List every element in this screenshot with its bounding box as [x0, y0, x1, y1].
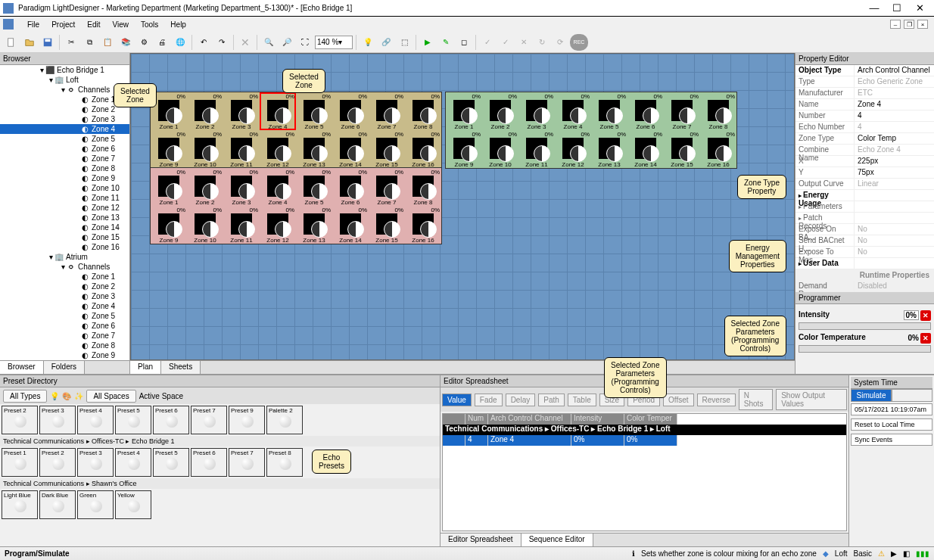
ss-cell[interactable]: [443, 435, 465, 446]
sync-icon[interactable]: ⟳: [552, 34, 568, 51]
stations-icon[interactable]: ⚙: [135, 34, 152, 51]
preset[interactable]: Palette 2: [266, 406, 303, 434]
tree-item[interactable]: ◐Zone 7: [0, 331, 129, 341]
zoom-out-icon[interactable]: 🔍: [260, 34, 277, 51]
tree-item[interactable]: ◐Zone 5: [0, 311, 129, 321]
ss-col-header[interactable]: Num: [465, 414, 488, 425]
ss-tab-n-shots[interactable]: N Shots: [739, 389, 773, 410]
tree-item[interactable]: ◐Zone 16: [0, 242, 129, 252]
zone[interactable]: 0%Zone 16: [405, 206, 441, 244]
zone[interactable]: 0%Zone 1: [446, 92, 482, 130]
delete-icon[interactable]: ✕: [237, 34, 254, 51]
tab-plan[interactable]: Plan: [130, 361, 161, 374]
intensity-value[interactable]: 0%: [904, 310, 919, 320]
tree-item[interactable]: ◐Zone 15: [0, 232, 129, 242]
tree-item[interactable]: ◐Zone 8: [0, 163, 129, 173]
zone[interactable]: 0%Zone 10: [187, 206, 223, 244]
zone[interactable]: 0%Zone 16: [700, 130, 736, 168]
zone[interactable]: 0%Zone 2: [482, 92, 518, 130]
zone[interactable]: 0%Zone 7: [369, 168, 405, 206]
close-button[interactable]: ✕: [908, 1, 931, 16]
preset[interactable]: Preset 3: [39, 406, 76, 434]
zone[interactable]: 0%Zone 5: [296, 92, 332, 130]
tree-item[interactable]: ▾🏢Loft: [0, 75, 129, 85]
globe-icon[interactable]: 🌐: [172, 34, 188, 51]
rec-icon[interactable]: REC: [570, 34, 588, 51]
tree-item[interactable]: ◐Zone 2: [0, 104, 129, 114]
zone[interactable]: 0%Zone 15: [369, 206, 405, 244]
undo-icon[interactable]: ↶: [195, 34, 212, 51]
intensity-clear[interactable]: ✕: [920, 310, 931, 321]
preset[interactable]: Preset 8: [266, 448, 303, 477]
preset[interactable]: Preset 7: [229, 448, 265, 477]
preset[interactable]: Preset 6: [153, 406, 189, 434]
ss-tab-table[interactable]: Table: [568, 394, 596, 406]
ss-col-header[interactable]: Intensity: [571, 414, 624, 425]
edit-icon[interactable]: ✎: [437, 34, 454, 51]
zone[interactable]: 0%Zone 14: [332, 130, 369, 168]
status-basic[interactable]: Basic: [854, 549, 872, 558]
stop-icon[interactable]: ◻: [456, 34, 472, 51]
ss-tab-show-output-values[interactable]: Show Output Values: [776, 389, 847, 410]
preset[interactable]: Preset 2: [39, 448, 76, 477]
mdi-restore-button[interactable]: ❐: [904, 20, 914, 29]
zone[interactable]: 0%Zone 3: [223, 168, 260, 206]
zone[interactable]: 0%Zone 4: [555, 92, 591, 130]
minimize-button[interactable]: —: [863, 1, 886, 16]
tree-item[interactable]: ▾🏢Atrium: [0, 252, 129, 262]
tree-item[interactable]: ◐Zone 5: [0, 134, 129, 144]
prop-row[interactable]: Energy Usage: [795, 190, 934, 201]
zone[interactable]: 0%Zone 15: [369, 130, 405, 168]
browser-tree[interactable]: ▾⬛Echo Bridge 1▾🏢Loft▾⭘Channels◐Zone 1◐Z…: [0, 65, 129, 360]
zone[interactable]: 0%Zone 12: [260, 206, 296, 244]
prop-row[interactable]: Parameters: [795, 201, 934, 213]
new-icon[interactable]: [3, 34, 20, 51]
prop-row[interactable]: Send BACnet U...No: [795, 235, 934, 247]
warning-icon[interactable]: ⚠: [878, 549, 885, 558]
zone[interactable]: 0%Zone 6: [332, 92, 369, 130]
library-icon[interactable]: 📚: [117, 34, 134, 51]
zone[interactable]: 0%Zone 12: [260, 130, 296, 168]
ss-cell[interactable]: Zone 4: [488, 435, 571, 446]
output-icon[interactable]: ◧: [903, 549, 910, 558]
tab-folders[interactable]: Folders: [44, 361, 85, 374]
sync-events-button[interactable]: Sync Events: [851, 434, 932, 446]
tree-item[interactable]: ◐Zone 4: [0, 124, 129, 134]
open-icon[interactable]: [21, 34, 38, 51]
zone[interactable]: 0%Zone 12: [555, 130, 591, 168]
time-display[interactable]: 05/17/2021 10:19:07am: [851, 403, 932, 415]
zone[interactable]: 0%Zone 8: [405, 168, 441, 206]
ss-cell[interactable]: 0%: [571, 435, 624, 446]
ss-tab-offset[interactable]: Offset: [663, 394, 694, 406]
reject-icon[interactable]: ✕: [515, 34, 532, 51]
menu-view[interactable]: View: [106, 19, 135, 30]
save-icon[interactable]: [39, 34, 56, 51]
tree-item[interactable]: ◐Zone 8: [0, 341, 129, 350]
ss-tab-value[interactable]: Value: [442, 394, 472, 406]
ct-slider[interactable]: [799, 345, 931, 353]
play-icon[interactable]: ▶: [419, 34, 436, 51]
zone[interactable]: 0%Zone 1: [151, 168, 187, 206]
zone[interactable]: 0%Zone 13: [296, 206, 332, 244]
approve-icon[interactable]: ✓: [497, 34, 514, 51]
macro-icon[interactable]: ⬚: [396, 34, 413, 51]
zone[interactable]: 0%Zone 14: [332, 206, 369, 244]
tree-item[interactable]: ◐Zone 11: [0, 193, 129, 203]
prop-row[interactable]: Expose On BA...No: [795, 224, 934, 235]
zone[interactable]: 0%Zone 8: [405, 92, 441, 130]
preset[interactable]: Preset 9: [229, 406, 265, 434]
tree-item[interactable]: ◐Zone 3: [0, 291, 129, 301]
property-grid[interactable]: Object TypeArch Control ChannelTypeEcho …: [795, 65, 934, 269]
tab-editor-spreadsheet[interactable]: Editor Spreadsheet: [441, 534, 521, 546]
mdi-minimize-button[interactable]: –: [890, 20, 901, 29]
zoom-fit-icon[interactable]: ⛶: [297, 34, 313, 51]
tree-item[interactable]: ◐Zone 4: [0, 301, 129, 311]
zone[interactable]: 0%Zone 5: [591, 92, 627, 130]
prop-row[interactable]: TypeEcho Generic Zone: [795, 76, 934, 88]
preset[interactable]: Preset 2: [2, 406, 38, 434]
preset[interactable]: Preset 4: [115, 448, 151, 477]
ss-col-header[interactable]: Arch Control Channel: [488, 414, 571, 425]
ss-col-header[interactable]: [443, 414, 465, 425]
menu-tools[interactable]: Tools: [135, 19, 164, 30]
connect-icon[interactable]: 🔗: [378, 34, 394, 51]
